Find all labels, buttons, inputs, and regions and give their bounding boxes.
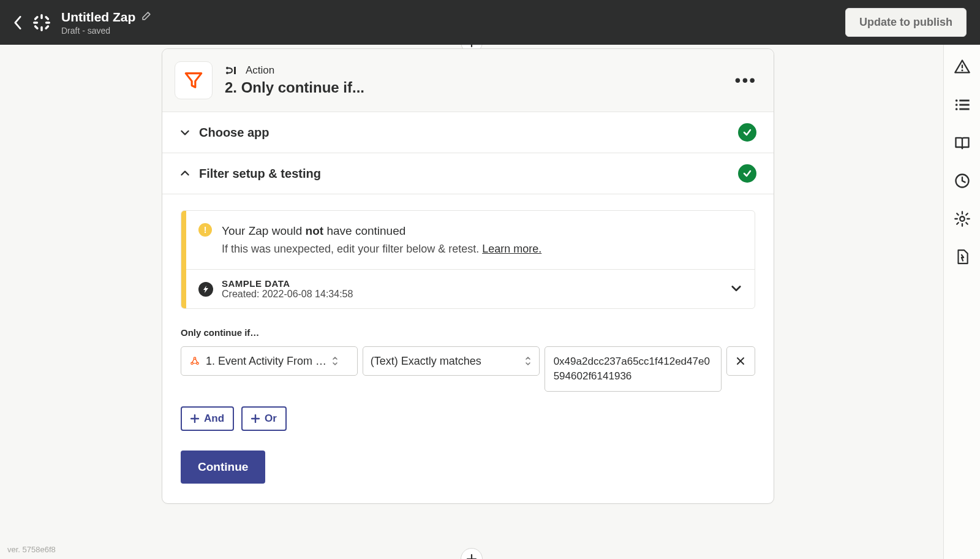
check-icon [738, 123, 756, 142]
svg-rect-1 [40, 26, 43, 31]
add-step-after-button[interactable] [461, 548, 483, 559]
bolt-icon [198, 282, 213, 297]
chevron-up-icon [179, 168, 190, 179]
outline-icon[interactable] [954, 96, 971, 113]
right-rail [943, 45, 980, 559]
zap-status: Draft - saved [61, 26, 152, 36]
filter-setup-section[interactable]: Filter setup & testing [162, 153, 774, 194]
remove-rule-button[interactable] [726, 346, 755, 376]
editor-canvas: Action 2. Only continue if... ••• Choose… [0, 45, 943, 559]
publish-button[interactable]: Update to publish [845, 8, 967, 37]
svg-point-10 [955, 99, 957, 102]
test-result-notice: ! Your Zap would not have continued If t… [181, 210, 755, 309]
sort-icon [331, 356, 339, 366]
svg-rect-2 [33, 21, 38, 24]
svg-rect-6 [34, 25, 39, 29]
filter-value-input[interactable]: 0x49a2dcc237a65cc1f412ed47e0594602f61419… [545, 346, 722, 392]
svg-point-21 [226, 72, 228, 74]
filter-condition-value: (Text) Exactly matches [371, 355, 519, 368]
export-icon[interactable] [954, 248, 971, 265]
add-or-button[interactable]: Or [241, 406, 287, 431]
settings-icon[interactable] [954, 210, 971, 227]
choose-app-section[interactable]: Choose app [162, 112, 774, 153]
step-type-label: Action [246, 64, 274, 77]
svg-rect-7 [45, 25, 50, 29]
svg-rect-3 [45, 21, 50, 24]
filter-field-select[interactable]: 1. Event Activity From … [181, 346, 358, 376]
filter-rule-row: 1. Event Activity From … (Text) Exactly … [181, 346, 755, 392]
book-icon[interactable] [954, 134, 971, 151]
warning-icon: ! [198, 223, 212, 237]
filter-form-label: Only continue if… [181, 327, 755, 338]
history-icon[interactable] [954, 172, 971, 189]
svg-rect-22 [234, 67, 236, 74]
filter-condition-select[interactable]: (Text) Exactly matches [363, 346, 540, 376]
zapier-logo-icon[interactable] [33, 14, 50, 31]
svg-point-14 [955, 108, 957, 110]
sort-icon [524, 356, 532, 366]
svg-point-9 [961, 69, 963, 71]
svg-rect-0 [40, 14, 43, 19]
svg-point-17 [960, 216, 964, 221]
step-menu-button[interactable]: ••• [735, 70, 756, 90]
check-icon [738, 164, 756, 183]
notice-headline: Your Zap would not have continued [222, 222, 541, 240]
svg-rect-4 [34, 15, 39, 20]
continue-button[interactable]: Continue [181, 451, 265, 484]
svg-point-23 [191, 362, 193, 364]
title-block: Untitled Zap Draft - saved [61, 10, 152, 36]
filter-app-icon [175, 61, 213, 99]
step-title: 2. Only continue if... [225, 79, 723, 96]
top-header: Untitled Zap Draft - saved Update to pub… [0, 0, 980, 45]
svg-point-20 [226, 67, 228, 69]
notice-subtext: If this was unexpected, edit your filter… [222, 240, 541, 258]
webhook-icon [189, 355, 201, 367]
expand-sample-button[interactable] [730, 282, 742, 297]
sample-data-created: Created: 2022-06-08 14:34:58 [222, 289, 353, 300]
svg-point-12 [955, 104, 957, 106]
filter-field-value: 1. Event Activity From … [206, 355, 326, 368]
step-header: Action 2. Only continue if... ••• [162, 49, 774, 112]
version-label: ver. 5758e6f8 [7, 545, 56, 554]
filter-setup-label: Filter setup & testing [199, 167, 729, 181]
svg-rect-5 [45, 15, 50, 20]
header-left: Untitled Zap Draft - saved [13, 10, 152, 36]
alert-icon[interactable] [954, 58, 971, 75]
learn-more-link[interactable]: Learn more. [482, 243, 541, 255]
chevron-down-icon [179, 127, 190, 138]
edit-title-icon[interactable] [141, 10, 152, 23]
add-and-button[interactable]: And [181, 406, 234, 431]
zap-title[interactable]: Untitled Zap [61, 10, 135, 25]
sample-data-title: SAMPLE DATA [222, 278, 353, 289]
step-body: ! Your Zap would not have continued If t… [162, 194, 774, 503]
svg-point-24 [197, 362, 198, 364]
step-card: Action 2. Only continue if... ••• Choose… [162, 48, 774, 504]
choose-app-label: Choose app [199, 126, 729, 140]
path-icon [225, 64, 239, 77]
back-button[interactable] [13, 16, 22, 29]
